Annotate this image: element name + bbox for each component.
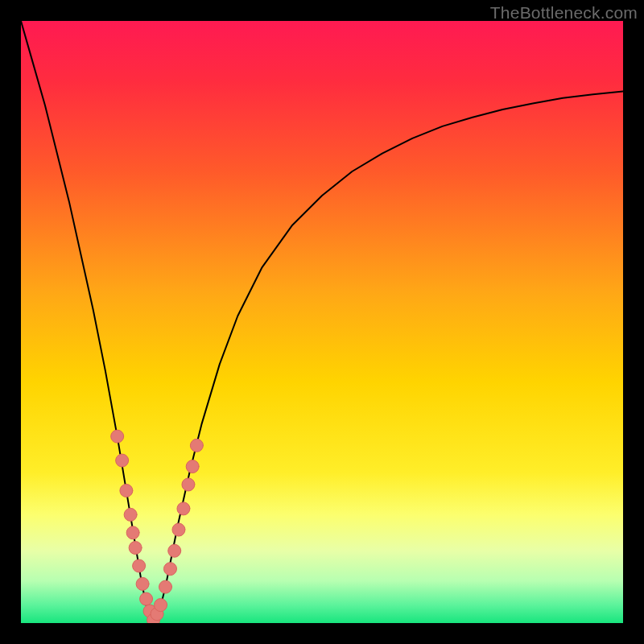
plot-area xyxy=(21,21,623,623)
chart-canvas xyxy=(21,21,623,623)
outer-frame: TheBottleneck.com xyxy=(0,0,644,644)
watermark-text: TheBottleneck.com xyxy=(490,3,638,23)
